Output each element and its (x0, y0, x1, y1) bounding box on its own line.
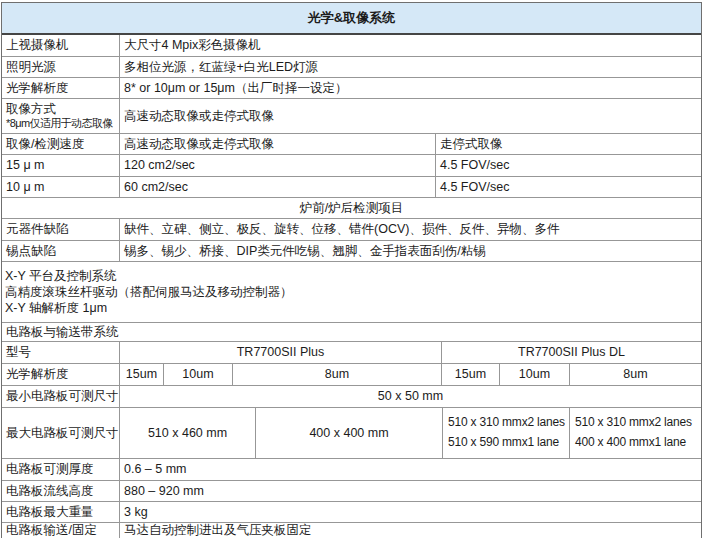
min-board-size-row: 最小电路板可测尺寸 50 x 50 mm (2, 386, 701, 408)
model-row: 型号 TR7700SII Plus TR7700SII Plus DL (2, 342, 701, 364)
res-dl-8um: 8um (570, 364, 701, 385)
table-row: 元器件缺陷 缺件、立碑、侧立、极反、旋转、位移、错件(OCV)、损件、反件、异物… (2, 219, 701, 241)
max-size-dl-8um-line2: 400 x 400 mmx1 lane (575, 436, 686, 450)
speed-10um-label: 10 μ m (2, 177, 120, 197)
table-row: 电路板流线高度 880 – 920 mm (2, 481, 701, 502)
speed-header-label: 取像/检测速度 (2, 134, 120, 154)
max-board-size-label: 最大电路板可测尺寸 (2, 408, 120, 458)
table-row: 照明光源 多相位光源，红蓝绿+白光LED灯源 (2, 57, 701, 78)
light-source-label: 照明光源 (2, 57, 120, 77)
max-size-dl-15-10um: 510 x 310 mmx2 lanes 510 x 590 mmx1 lane (443, 408, 570, 458)
table-row: 电路板可测厚度 0.6 – 5 mm (2, 459, 701, 481)
max-size-dl-15-10um-line2: 510 x 590 mmx1 lane (448, 436, 559, 450)
max-size-dl-8um: 510 x 310 mmx2 lanes 400 x 400 mmx1 lane (570, 408, 701, 458)
table-row: 电路板最大重量 3 kg (2, 502, 701, 523)
max-weight-value: 3 kg (120, 502, 701, 522)
table-title-row: 光学&取像系统 (2, 3, 701, 35)
resolution-row: 光学解析度 15um 10um 8um 15um 10um 8um (2, 364, 701, 386)
max-weight-label: 电路板最大重量 (2, 502, 120, 522)
max-board-size-row: 最大电路板可测尺寸 510 x 460 mm 400 x 400 mm 510 … (2, 408, 701, 459)
component-defects-value: 缺件、立碑、侧立、极反、旋转、位移、错件(OCV)、损件、反件、异物、多件 (120, 219, 701, 240)
light-source-value: 多相位光源，红蓝绿+白光LED灯源 (120, 57, 701, 77)
top-camera-label: 上视摄像机 (2, 35, 120, 56)
table-row: 电路板输送/固定 马达自动控制进出及气压夹板固定 (2, 523, 701, 538)
min-board-size-label: 最小电路板可测尺寸 (2, 386, 120, 407)
table-row: 锡点缺陷 锡多、锡少、桥接、DIP类元件吃锡、翘脚、金手指表面刮伤/粘锡 (2, 241, 701, 262)
model-plus-dl: TR7700SII Plus DL (442, 342, 701, 363)
table-row: 取像方式 *8μm仅适用于动态取像 高速动态取像或走停式取像 (2, 99, 701, 134)
xy-platform-block: X-Y 平台及控制系统 高精度滚珠丝杆驱动（搭配伺服马达及移动控制器） X-Y … (2, 262, 701, 322)
imaging-mode-note: *8μm仅适用于动态取像 (6, 117, 113, 130)
solder-defects-label: 锡点缺陷 (2, 241, 120, 261)
section-row: 炉前/炉后检测项目 (2, 198, 701, 219)
max-size-plus-15-10um: 510 x 460 mm (120, 408, 256, 458)
board-transport-label: 电路板输送/固定 (2, 523, 120, 538)
max-size-plus-8um: 400 x 400 mm (256, 408, 443, 458)
speed-10um-stepper: 4.5 FOV/sec (436, 177, 701, 197)
res-dl-15um: 15um (442, 364, 500, 385)
line-height-value: 880 – 920 mm (120, 481, 701, 501)
imaging-mode-label-cell: 取像方式 *8μm仅适用于动态取像 (2, 99, 120, 133)
speed-header-dynamic: 高速动态取像或走停式取像 (120, 134, 436, 154)
res-dl-10um: 10um (500, 364, 570, 385)
table-row: 上视摄像机 大尺寸4 Mpix彩色摄像机 (2, 35, 701, 57)
solder-defects-value: 锡多、锡少、桥接、DIP类元件吃锡、翘脚、金手指表面刮伤/粘锡 (120, 241, 701, 261)
optical-resolution-label: 光学解析度 (2, 78, 120, 98)
speed-15um-dynamic: 120 cm2/sec (120, 155, 436, 176)
table-row: 15 μ m 120 cm2/sec 4.5 FOV/sec (2, 155, 701, 177)
component-defects-label: 元器件缺陷 (2, 219, 120, 240)
xy-platform-row: X-Y 平台及控制系统 高精度滚珠丝杆驱动（搭配伺服马达及移动控制器） X-Y … (2, 262, 701, 323)
table-title: 光学&取像系统 (2, 3, 701, 33)
section-title-inspection-items: 炉前/炉后检测项目 (2, 198, 701, 218)
table-row: 10 μ m 60 cm2/sec 4.5 FOV/sec (2, 177, 701, 198)
board-transport-value: 马达自动控制进出及气压夹板固定 (120, 523, 701, 538)
board-thickness-label: 电路板可测厚度 (2, 459, 120, 480)
board-thickness-value: 0.6 – 5 mm (120, 459, 701, 480)
xy-platform-line-1: X-Y 平台及控制系统 (5, 268, 117, 284)
res-plus-8um: 8um (233, 364, 442, 385)
xy-platform-line-2: 高精度滚珠丝杆驱动（搭配伺服马达及移动控制器） (5, 284, 293, 300)
line-height-label: 电路板流线高度 (2, 481, 120, 501)
res-plus-15um: 15um (120, 364, 164, 385)
speed-15um-label: 15 μ m (2, 155, 120, 176)
speed-10um-dynamic: 60 cm2/sec (120, 177, 436, 197)
imaging-mode-value: 高速动态取像或走停式取像 (120, 99, 701, 133)
model-label: 型号 (2, 342, 120, 363)
res-plus-10um: 10um (164, 364, 233, 385)
table-row: 光学解析度 8* or 10μm or 15μm（出厂时择一设定） (2, 78, 701, 99)
min-board-size-value: 50 x 50 mm (120, 386, 701, 407)
table-row: 取像/检测速度 高速动态取像或走停式取像 走停式取像 (2, 134, 701, 155)
speed-15um-stepper: 4.5 FOV/sec (436, 155, 701, 176)
optical-resolution-value: 8* or 10μm or 15μm（出厂时择一设定） (120, 78, 701, 98)
max-size-dl-15-10um-line1: 510 x 310 mmx2 lanes (448, 416, 565, 430)
speed-header-stepper: 走停式取像 (436, 134, 701, 154)
model-plus: TR7700SII Plus (120, 342, 442, 363)
spec-table: 光学&取像系统 上视摄像机 大尺寸4 Mpix彩色摄像机 照明光源 多相位光源，… (1, 2, 702, 538)
top-camera-value: 大尺寸4 Mpix彩色摄像机 (120, 35, 701, 56)
xy-platform-line-3: X-Y 轴解析度 1μm (5, 300, 107, 316)
section-title-board-system: 电路板与输送带系统 (2, 323, 701, 341)
section-row: 电路板与输送带系统 (2, 323, 701, 342)
board-resolution-label: 光学解析度 (2, 364, 120, 385)
max-size-dl-8um-line1: 510 x 310 mmx2 lanes (575, 416, 692, 430)
imaging-mode-label: 取像方式 (6, 102, 56, 116)
